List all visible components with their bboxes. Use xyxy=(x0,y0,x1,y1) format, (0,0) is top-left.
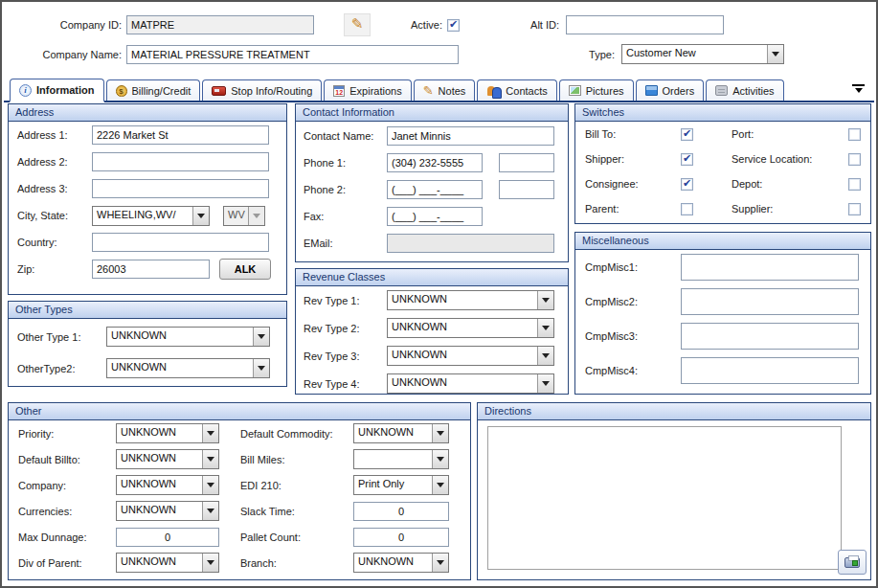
parent-checkbox[interactable] xyxy=(681,203,693,215)
chevron-down-icon[interactable] xyxy=(253,359,269,377)
tab-label: Expirations xyxy=(349,85,401,97)
company-id-input[interactable] xyxy=(126,15,314,34)
chevron-down-icon[interactable] xyxy=(202,424,218,442)
rev-type3-dropdown[interactable]: UNKNOWN xyxy=(387,346,554,366)
other-type1-dropdown[interactable]: UNKNOWN xyxy=(106,327,270,347)
rev-type4-dropdown[interactable]: UNKNOWN xyxy=(387,373,554,394)
chevron-down-icon xyxy=(248,207,264,225)
tab-billing-credit[interactable]: $ Billing/Credit xyxy=(106,79,201,101)
cmpmisc2-input[interactable] xyxy=(681,288,859,315)
chevron-down-icon[interactable] xyxy=(202,450,218,468)
chevron-down-icon[interactable] xyxy=(432,554,448,572)
chevron-down-icon[interactable] xyxy=(432,450,448,468)
max-dunnage-input[interactable] xyxy=(116,528,219,547)
tab-pictures[interactable]: Pictures xyxy=(559,79,634,101)
zip-row: Zip: ALK xyxy=(9,256,286,283)
chevron-down-icon[interactable] xyxy=(432,424,448,442)
billto-checkbox[interactable] xyxy=(681,128,693,141)
pencil-icon: ✎ xyxy=(423,85,434,97)
contact-name-input[interactable] xyxy=(387,126,554,146)
branch-dropdown[interactable]: UNKNOWN xyxy=(353,553,449,573)
city-dropdown[interactable]: WHEELING,WV/ xyxy=(92,206,210,226)
company-name-input[interactable] xyxy=(126,45,459,64)
rev-type1-dropdown[interactable]: UNKNOWN xyxy=(387,290,554,310)
phone2-ext-input[interactable] xyxy=(499,180,554,199)
service-location-label: Service Location: xyxy=(732,153,848,165)
print-directions-button[interactable] xyxy=(838,550,867,575)
phone1-input[interactable] xyxy=(387,153,483,172)
company-dropdown[interactable]: UNKNOWN xyxy=(116,475,219,495)
alt-id-label: Alt ID: xyxy=(502,19,559,31)
address1-input[interactable] xyxy=(92,125,269,145)
tab-label: Notes xyxy=(439,85,466,97)
div-of-parent-value: UNKNOWN xyxy=(117,554,202,572)
country-input[interactable] xyxy=(92,233,269,252)
shipper-checkbox[interactable] xyxy=(681,153,693,166)
chevron-down-icon[interactable] xyxy=(202,554,218,572)
chevron-down-icon[interactable] xyxy=(537,347,553,365)
currencies-label: Currencies: xyxy=(18,506,116,517)
company-value: UNKNOWN xyxy=(117,476,202,494)
chevron-down-icon[interactable] xyxy=(432,476,448,494)
div-of-parent-dropdown[interactable]: UNKNOWN xyxy=(116,553,219,573)
cmpmisc3-input[interactable] xyxy=(681,323,859,350)
email-label: EMail: xyxy=(304,237,387,249)
chevron-down-icon[interactable] xyxy=(537,374,553,393)
type-dropdown[interactable]: Customer New xyxy=(621,44,784,64)
chevron-down-icon[interactable] xyxy=(767,45,783,63)
address3-input[interactable] xyxy=(92,179,269,198)
edit-company-id-button[interactable]: ✎ xyxy=(344,13,371,36)
edi210-dropdown[interactable]: Print Only xyxy=(353,475,449,495)
tab-information[interactable]: i Information xyxy=(10,79,104,102)
directions-textarea[interactable] xyxy=(487,426,842,570)
other-type2-dropdown[interactable]: UNKNOWN xyxy=(106,358,270,378)
address2-input[interactable] xyxy=(92,152,269,171)
priority-dropdown[interactable]: UNKNOWN xyxy=(116,423,219,443)
cmpmisc1-input[interactable] xyxy=(681,254,859,281)
default-billto-dropdown[interactable]: UNKNOWN xyxy=(116,449,219,469)
phone1-ext-input[interactable] xyxy=(499,153,554,172)
slack-time-input[interactable] xyxy=(353,502,449,521)
tab-activities[interactable]: Activities xyxy=(706,79,783,101)
bill-miles-label: Bill Miles: xyxy=(240,454,353,465)
currencies-dropdown[interactable]: UNKNOWN xyxy=(116,501,219,521)
fax-input[interactable] xyxy=(387,207,483,226)
tab-contacts[interactable]: Contacts xyxy=(477,79,556,101)
chevron-down-icon[interactable] xyxy=(202,502,218,520)
rev-type2-dropdown[interactable]: UNKNOWN xyxy=(387,318,554,338)
cmpmisc2-label: CmpMisc2: xyxy=(585,296,681,307)
zip-input[interactable] xyxy=(92,260,210,279)
tab-overflow-button[interactable] xyxy=(852,84,865,93)
tab-notes[interactable]: ✎ Notes xyxy=(414,79,476,101)
other-row-6: Div of Parent: UNKNOWN Branch: UNKNOWN xyxy=(9,550,470,576)
tab-orders[interactable]: Orders xyxy=(636,79,705,101)
miscellaneous-panel: Miscellaneous CmpMisc1: CmpMisc2: CmpMis… xyxy=(574,232,871,395)
active-checkbox[interactable] xyxy=(447,19,460,32)
alk-button[interactable]: ALK xyxy=(219,259,271,280)
pencil-icon: ✎ xyxy=(351,15,364,33)
port-checkbox[interactable] xyxy=(848,128,861,141)
tab-stop-info-routing[interactable]: Stop Info/Routing xyxy=(202,79,322,101)
tab-expirations[interactable]: 12 Expirations xyxy=(324,79,411,101)
chevron-down-icon[interactable] xyxy=(537,291,553,309)
chevron-down-icon[interactable] xyxy=(537,319,553,337)
alt-id-input[interactable] xyxy=(566,15,724,34)
depot-checkbox[interactable] xyxy=(848,178,861,191)
default-commodity-dropdown[interactable]: UNKNOWN xyxy=(353,423,449,443)
phone2-label: Phone 2: xyxy=(304,184,387,195)
tab-label: Billing/Credit xyxy=(132,85,191,97)
phone2-input[interactable] xyxy=(387,180,483,199)
pallet-count-input[interactable] xyxy=(353,528,449,547)
cmpmisc4-input[interactable] xyxy=(681,357,859,384)
city-state-row: City, State: WHEELING,WV/ WV xyxy=(9,202,286,229)
chevron-down-icon[interactable] xyxy=(202,476,218,494)
service-location-checkbox[interactable] xyxy=(848,153,861,166)
chevron-down-icon[interactable] xyxy=(253,328,269,346)
consignee-checkbox[interactable] xyxy=(681,178,693,191)
supplier-checkbox[interactable] xyxy=(848,203,861,215)
people-icon xyxy=(486,85,501,97)
bill-miles-dropdown[interactable] xyxy=(353,449,449,469)
address3-row: Address 3: xyxy=(9,175,286,202)
chevron-down-icon[interactable] xyxy=(192,207,209,225)
tab-label: Pictures xyxy=(586,85,624,97)
